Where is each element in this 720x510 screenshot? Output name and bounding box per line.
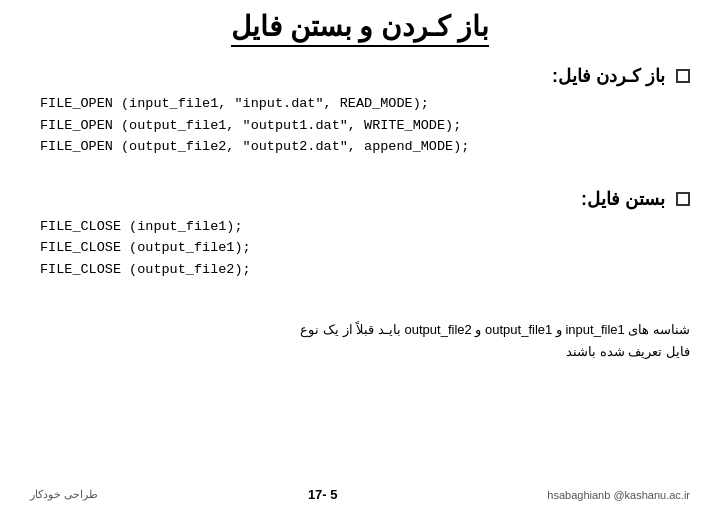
code-line-open-1: FILE_OPEN (input_file1, "input.dat", REA… [40,93,690,115]
section-close: بستن فایل: FILE_CLOSE (input_file1); FIL… [30,188,690,281]
footer-bar: hsabaghianb @kashanu.ac.ir 5 -17 طراحی خ… [0,487,720,502]
code-block-open: FILE_OPEN (input_file1, "input.dat", REA… [30,93,690,158]
page: باز کـردن و بستن فایل باز کـردن فایل: FI… [0,0,720,510]
code-line-open-2: FILE_OPEN (output_file1, "output1.dat", … [40,115,690,137]
code-line-close-1: FILE_CLOSE (input_file1); [40,216,690,238]
code-line-close-3: FILE_CLOSE (output_file2); [40,259,690,281]
footer-credit: طراحی خودکار [30,488,98,501]
code-block-close: FILE_CLOSE (input_file1); FILE_CLOSE (ou… [30,216,690,281]
section-open: باز کـردن فایل: FILE_OPEN (input_file1, … [30,65,690,158]
footer-email: hsabaghianb @kashanu.ac.ir [547,489,690,501]
checkbox-icon-open [676,69,690,83]
footer-note-line1: شناسه های input_file1 و output_file1 و o… [30,319,690,341]
page-title: باز کـردن و بستن فایل [30,10,690,47]
code-line-close-2: FILE_CLOSE (output_file1); [40,237,690,259]
section-close-header: بستن فایل: [30,188,690,210]
code-line-open-3: FILE_OPEN (output_file2, "output2.dat", … [40,136,690,158]
footer-note-section: شناسه های input_file1 و output_file1 و o… [30,319,690,363]
footer-note-line2: فایل تعریف شده باشند [30,341,690,363]
section-open-header: باز کـردن فایل: [30,65,690,87]
footer-page-number: 5 -17 [308,487,338,502]
checkbox-icon-close [676,192,690,206]
